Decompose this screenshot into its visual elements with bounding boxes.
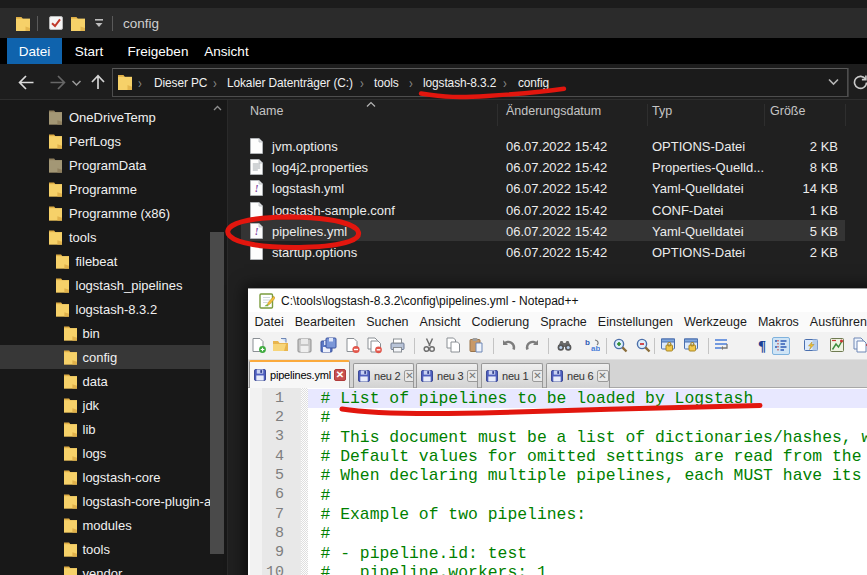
tab-close-icon[interactable]: ✕ — [597, 370, 609, 382]
paste-icon[interactable] — [468, 337, 486, 355]
tree-item-lib[interactable]: lib — [0, 417, 210, 441]
tree-item-programme-x86-[interactable]: Programme (x86) — [0, 201, 210, 225]
npp-menu-makros[interactable]: Makros — [752, 315, 804, 329]
npp-menu-datei[interactable]: Datei — [249, 315, 289, 329]
back-arrow-icon[interactable] — [17, 74, 35, 91]
recent-locations-chevron-icon[interactable] — [71, 79, 82, 87]
file-row-logstash-sample-conf[interactable]: logstash-sample.conf06.07.2022 15:42CONF… — [241, 199, 845, 220]
open-file-icon[interactable] — [272, 337, 290, 355]
new-file-icon[interactable] — [250, 337, 268, 355]
tree-scrollbar-up-icon[interactable] — [213, 104, 222, 113]
npp-menu-werkzeuge[interactable]: Werkzeuge — [678, 315, 752, 329]
notepadpp-editor[interactable]: 1# List of pipelines to be loaded by Log… — [248, 388, 867, 575]
npp-tab-neu-6[interactable]: neu 6✕ — [546, 363, 610, 388]
file-row-log4j2-properties[interactable]: log4j2.properties06.07.2022 15:42Propert… — [241, 157, 845, 178]
column-separator[interactable] — [647, 104, 648, 126]
tree-item-jdk[interactable]: jdk — [0, 393, 210, 417]
print-icon[interactable] — [389, 337, 407, 355]
breadcrumb-item-logstash-8-3-2[interactable]: logstash-8.3.2 — [423, 76, 496, 90]
indent-guide-icon[interactable] — [772, 337, 790, 355]
cut-icon[interactable] — [421, 337, 439, 355]
ribbon-tab-datei[interactable]: Datei — [7, 38, 62, 64]
column-sort-ascending-icon[interactable] — [366, 101, 376, 108]
close-all-icon[interactable] — [366, 337, 384, 355]
function-list-icon[interactable] — [829, 337, 847, 355]
ribbon-tab-ansicht[interactable]: Ansicht — [198, 38, 255, 64]
find-icon[interactable] — [556, 337, 574, 355]
tree-item-logs[interactable]: logs — [0, 441, 210, 465]
tab-close-icon[interactable]: ✕ — [467, 370, 478, 382]
npp-tab-pipelines-yml[interactable]: pipelines.yml✕ — [249, 360, 350, 388]
tree-item-vendor[interactable]: vendor — [0, 561, 210, 575]
tree-item-programdata[interactable]: ProgramData — [0, 153, 210, 177]
breadcrumb-item-tools[interactable]: tools — [374, 76, 399, 90]
sync-scroll-vertical-icon[interactable] — [660, 337, 678, 355]
tree-item-tools[interactable]: tools — [0, 225, 210, 249]
column-header--nderungsdatum[interactable]: Änderungsdatum — [506, 104, 601, 118]
breadcrumb-item-config[interactable]: config — [518, 76, 549, 90]
notepadpp-titlebar[interactable]: C:\tools\logstash-8.3.2\config\pipelines… — [248, 288, 867, 312]
redo-icon[interactable] — [524, 337, 542, 355]
tree-item-config[interactable]: config — [0, 345, 210, 369]
tree-item-logstash-pipelines[interactable]: logstash_pipelines — [0, 273, 210, 297]
document-map-icon[interactable] — [803, 337, 821, 355]
tree-item-logstash-core[interactable]: logstash-core — [0, 465, 210, 489]
npp-menu-einstellungen[interactable]: Einstellungen — [592, 315, 678, 329]
file-row-pipelines-yml[interactable]: !pipelines.yml06.07.2022 15:42Yaml-Quell… — [241, 220, 845, 241]
tree-item-tools[interactable]: tools — [0, 537, 210, 561]
npp-tab-neu-1[interactable]: neu 1✕ — [481, 363, 543, 388]
column-separator[interactable] — [497, 104, 498, 126]
save-icon[interactable] — [296, 337, 314, 355]
column-header-name[interactable]: Name — [250, 104, 283, 118]
tab-close-icon[interactable]: ✕ — [404, 370, 414, 382]
show-all-characters-icon[interactable]: ¶ — [754, 337, 772, 355]
npp-menu-ansicht[interactable]: Ansicht — [414, 315, 466, 329]
column-separator[interactable] — [764, 104, 765, 126]
properties-check-icon[interactable] — [49, 16, 63, 30]
npp-tab-neu-2[interactable]: neu 2✕ — [353, 363, 414, 388]
tab-close-icon[interactable]: ✕ — [334, 369, 346, 381]
column-separator[interactable] — [845, 104, 846, 126]
npp-menu-ausf-hren[interactable]: Ausführen — [804, 315, 867, 329]
close-file-icon[interactable] — [344, 337, 362, 355]
tree-item-bin[interactable]: bin — [0, 321, 210, 345]
npp-menu-sprache[interactable]: Sprache — [535, 315, 593, 329]
file-row-logstash-yml[interactable]: !logstash.yml06.07.2022 15:42Yaml-Quelld… — [241, 178, 845, 199]
new-folder-icon[interactable] — [71, 16, 85, 31]
npp-menu-suchen[interactable]: Suchen — [361, 315, 414, 329]
customize-quick-access-dropdown-icon[interactable] — [94, 18, 104, 28]
word-wrap-icon[interactable] — [713, 337, 731, 355]
up-arrow-icon[interactable] — [89, 74, 107, 91]
forward-arrow-icon[interactable] — [49, 74, 67, 91]
sync-scroll-horizontal-icon[interactable] — [683, 337, 701, 355]
npp-menu-codierung[interactable]: Codierung — [466, 315, 535, 329]
undo-icon[interactable] — [500, 337, 518, 355]
column-header-gr-e[interactable]: Größe — [770, 104, 805, 118]
tree-item-logstash-core-plugin-ap[interactable]: logstash-core-plugin-ap — [0, 489, 210, 513]
address-bar[interactable]: ›Dieser PC›Lokaler Datenträger (C:)›tool… — [112, 68, 848, 97]
replace-icon[interactable]: bab — [583, 337, 601, 355]
pane-divider[interactable] — [227, 100, 228, 575]
zoom-out-icon[interactable] — [635, 337, 653, 355]
tree-item-modules[interactable]: modules — [0, 513, 210, 537]
tree-item-data[interactable]: data — [0, 369, 210, 393]
tree-scrollbar-thumb[interactable] — [210, 232, 224, 554]
file-row-jvm-options[interactable]: jvm.options06.07.2022 15:42OPTIONS-Datei… — [241, 135, 845, 156]
npp-tab-neu-3[interactable]: neu 3✕ — [416, 363, 478, 388]
file-row-startup-options[interactable]: startup.options06.07.2022 15:42OPTIONS-D… — [241, 241, 845, 262]
copy-icon[interactable] — [445, 337, 463, 355]
tree-item-programme[interactable]: Programme — [0, 177, 210, 201]
ribbon-tab-freigeben[interactable]: Freigeben — [122, 38, 194, 64]
tree-item-onedrivetemp[interactable]: OneDriveTemp — [0, 105, 210, 129]
tree-item-perflogs[interactable]: PerfLogs — [0, 129, 210, 153]
zoom-in-icon[interactable] — [612, 337, 630, 355]
breadcrumb-item-lokaler-datentr-ger-c-[interactable]: Lokaler Datenträger (C:) — [227, 76, 353, 90]
breadcrumb-item-dieser-pc[interactable]: Dieser PC — [154, 76, 207, 90]
tab-close-icon[interactable]: ✕ — [532, 370, 543, 382]
column-header-typ[interactable]: Typ — [652, 104, 672, 118]
npp-menu-bearbeiten[interactable]: Bearbeiten — [289, 315, 360, 329]
save-all-icon[interactable] — [320, 337, 338, 355]
refresh-icon[interactable] — [852, 74, 867, 91]
address-dropdown-chevron-icon[interactable] — [827, 77, 840, 87]
tree-item-filebeat[interactable]: filebeat — [0, 249, 210, 273]
